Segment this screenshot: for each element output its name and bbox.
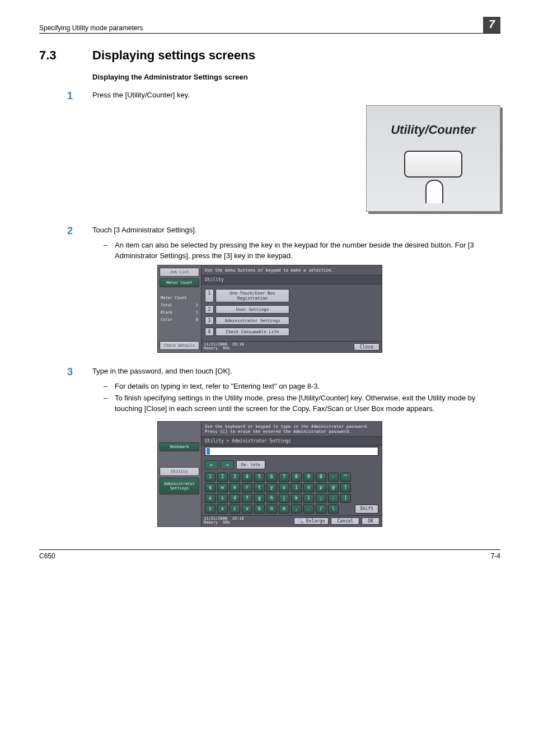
meter-row: Black1: [160, 310, 199, 315]
keyboard-key[interactable]: k: [291, 494, 302, 503]
menu-item-3[interactable]: 3 Administrator Settings: [205, 316, 378, 325]
keyboard-key[interactable]: 4: [242, 473, 252, 482]
keyboard-key[interactable]: ]: [340, 494, 351, 503]
keyboard-key[interactable]: a: [205, 494, 216, 503]
keyboard-key[interactable]: 8: [291, 473, 302, 482]
keyboard-key[interactable]: ,: [291, 505, 302, 514]
bullet-dash: –: [104, 240, 115, 262]
screenshot-message: Use the keyboard or keypad to type in th…: [202, 422, 382, 436]
keyboard-key[interactable]: p: [316, 483, 326, 492]
section-heading: 7.3 Displaying settings screens: [39, 48, 500, 63]
step-1: 1 Press the [Utility/Counter] key.: [39, 90, 500, 102]
keyboard-key[interactable]: 6: [266, 473, 277, 482]
keyboard-key[interactable]: 9: [303, 473, 314, 482]
subheading: Displaying the Administrator Settings sc…: [92, 73, 500, 81]
step-number: 1: [39, 90, 92, 102]
keyboard-key[interactable]: 1: [205, 473, 216, 482]
keyboard-key[interactable]: d: [229, 494, 240, 503]
keyboard-key[interactable]: h: [266, 494, 277, 503]
keyboard-key[interactable]: v: [242, 505, 252, 514]
keyboard-key[interactable]: g: [254, 494, 265, 503]
menu-item-1[interactable]: 1 One-Touch/User Box Registration: [205, 289, 378, 302]
screenshot-breadcrumb: Utility: [202, 275, 382, 284]
keyboard-key[interactable]: 0: [316, 473, 326, 482]
keyboard-key[interactable]: .: [303, 505, 314, 514]
keyboard-key[interactable]: 7: [279, 473, 289, 482]
chapter-title: Specifying Utility mode parameters: [39, 24, 143, 32]
password-entry-screenshot: Bookmark Utility Administrator Settings …: [39, 421, 500, 527]
meter-count-button[interactable]: Meter Count: [160, 278, 199, 287]
keyboard-key[interactable]: @: [328, 483, 339, 492]
keyboard-key[interactable]: [: [340, 483, 351, 492]
keyboard-key[interactable]: :: [328, 494, 339, 503]
keyboard-key[interactable]: j: [279, 494, 289, 503]
keyboard-key[interactable]: 5: [254, 473, 265, 482]
bullet-dash: –: [104, 393, 115, 414]
admin-settings-button[interactable]: Administrator Settings: [160, 478, 199, 494]
utility-counter-button[interactable]: [404, 151, 462, 178]
keyboard-key[interactable]: n: [266, 505, 277, 514]
keyboard-key[interactable]: -: [328, 473, 339, 482]
keyboard-key[interactable]: f: [242, 494, 252, 503]
cursor-icon: [207, 448, 210, 455]
meter-row: Color0: [160, 317, 199, 323]
keyboard-key[interactable]: t: [254, 483, 265, 492]
step-number: 3: [39, 366, 92, 378]
menu-item-4[interactable]: 4 Check Consumable Life: [205, 328, 378, 336]
meter-row: Total1: [160, 302, 199, 308]
keyboard-key[interactable]: s: [217, 494, 228, 503]
bookmark-button[interactable]: Bookmark: [160, 442, 199, 451]
keyboard-key[interactable]: ^: [340, 473, 351, 482]
keyboard-key[interactable]: b: [254, 505, 265, 514]
keyboard-key[interactable]: o: [303, 483, 314, 492]
keyboard-key[interactable]: z: [205, 505, 216, 514]
cancel-button[interactable]: Cancel: [331, 517, 359, 525]
section-title: Displaying settings screens: [92, 48, 255, 63]
delete-button[interactable]: De- lete: [236, 460, 265, 469]
keyboard-key[interactable]: ;: [316, 494, 326, 503]
keyboard-key[interactable]: i: [291, 483, 302, 492]
step-text: Press the [Utility/Counter] key.: [92, 90, 500, 102]
keyboard-key[interactable]: w: [217, 483, 228, 492]
keyboard-key[interactable]: e: [229, 483, 240, 492]
keyboard-key[interactable]: u: [279, 483, 289, 492]
menu-item-2[interactable]: 2 User Settings: [205, 305, 378, 314]
bullet-text: For details on typing in text, refer to …: [115, 381, 500, 392]
bullet-dash: –: [104, 381, 115, 392]
keyboard-key[interactable]: l: [303, 494, 314, 503]
keyboard-key[interactable]: 2: [217, 473, 228, 482]
keyboard-key[interactable]: 3: [229, 473, 240, 482]
step-2: 2 Touch [3 Administrator Settings].: [39, 225, 500, 237]
screenshot-sidebar: Job List Meter Count Meter Count Total1 …: [158, 265, 202, 352]
screenshot-breadcrumb: Utility > Administrator Settings: [202, 436, 382, 446]
keyboard-key[interactable]: q: [205, 483, 216, 492]
keyboard-key[interactable]: \: [328, 505, 339, 514]
step-3-note-1: – For details on typing in text, refer t…: [104, 381, 500, 392]
arrow-left-button[interactable]: ←: [205, 460, 218, 469]
keyboard-key[interactable]: c: [229, 505, 240, 514]
password-input[interactable]: [205, 447, 378, 456]
utility-menu-screenshot: Job List Meter Count Meter Count Total1 …: [39, 265, 500, 353]
keyboard-key[interactable]: m: [279, 505, 289, 514]
keyboard-key[interactable]: x: [217, 505, 228, 514]
step-number: 2: [39, 225, 92, 237]
screenshot-sidebar: Bookmark Utility Administrator Settings: [158, 422, 202, 526]
utility-counter-figure: Utility/Counter: [39, 105, 500, 212]
screenshot-message: Use the menu buttons or keypad to make a…: [202, 265, 382, 275]
job-list-button[interactable]: Job List: [160, 268, 199, 277]
keyboard-key[interactable]: /: [316, 505, 326, 514]
utility-button[interactable]: Utility: [160, 467, 199, 476]
chapter-number: 7: [483, 17, 500, 33]
finger-press-icon: [416, 174, 450, 208]
onscreen-keyboard: 1234567890-^ qwertyuiop@[ asdfghjkl;:] z…: [205, 473, 378, 515]
enlarge-button[interactable]: 🔍 Enlarge: [294, 517, 329, 525]
keyboard-key[interactable]: r: [242, 483, 252, 492]
arrow-right-button[interactable]: →: [221, 460, 234, 469]
check-details-button[interactable]: Check Details: [160, 341, 199, 350]
step-2-note: – An item can also be selected by pressi…: [104, 240, 500, 262]
keyboard-key[interactable]: y: [266, 483, 277, 492]
shift-key[interactable]: Shift: [355, 505, 378, 514]
ok-button[interactable]: OK: [362, 517, 380, 525]
screenshot-status: 11/21/2006 19:16 Memory 99%: [204, 343, 244, 351]
close-button[interactable]: Close: [354, 343, 380, 351]
